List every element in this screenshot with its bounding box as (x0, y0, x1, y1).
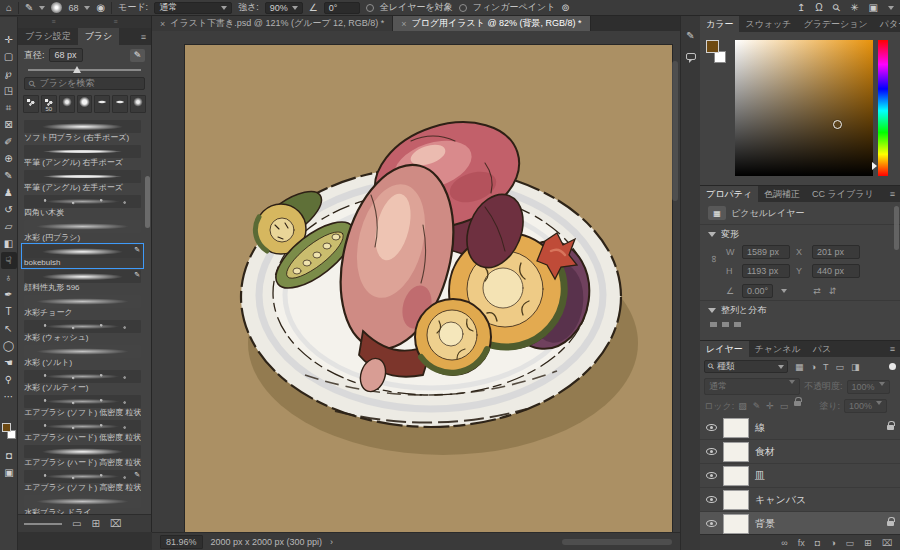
panel-menu-icon[interactable]: ≡ (885, 341, 900, 357)
hue-slider-pointer[interactable] (872, 162, 877, 170)
tool-dodge[interactable]: ♁ (1, 269, 17, 286)
filter-toggle[interactable] (889, 363, 896, 370)
brush-watercolor-dry[interactable]: 水彩ブラシ ドライ (22, 494, 143, 514)
layer-effects-icon[interactable]: fx (798, 538, 805, 548)
height-field[interactable]: 1193 px (742, 264, 790, 278)
document-tab-1[interactable]: × イラスト下書き.psd @ 121% (グループ 12, RGB/8) * (152, 16, 393, 31)
tab-swatches[interactable]: スウォッチ (739, 16, 797, 32)
tab-cc-libraries[interactable]: CC ライブラリ (806, 186, 880, 202)
airbrush-icon[interactable]: ⊚ (561, 3, 569, 13)
add-mask-icon[interactable]: ◘ (815, 538, 820, 548)
brush-flat-angle-right[interactable]: 平筆 (アングル) 右手ポーズ (22, 144, 143, 168)
tab-brush-settings[interactable]: ブラシ設定 (18, 28, 78, 45)
tool-crop[interactable]: ⌗ (1, 99, 17, 116)
new-brush-icon[interactable]: ⊞ (91, 518, 99, 529)
tool-quick-mask[interactable]: ◘ (1, 447, 17, 464)
home-icon[interactable]: ⌂ (6, 3, 12, 13)
tab-paths[interactable]: パス (807, 341, 837, 357)
visibility-eye-icon[interactable] (706, 472, 717, 479)
brush-preset-soft-round-small[interactable] (59, 95, 75, 113)
pressure-size-button[interactable]: ✎ (130, 49, 145, 62)
new-group-icon[interactable]: ▭ (72, 518, 81, 529)
diameter-field[interactable]: 68 px (49, 48, 83, 62)
canvas[interactable] (185, 45, 672, 532)
flip-vertical-icon[interactable]: ⇵ (829, 286, 837, 296)
tool-lasso[interactable]: ℘ (1, 65, 17, 82)
fill-field[interactable]: 100% (844, 399, 887, 413)
hue-slider[interactable] (878, 40, 888, 176)
align-buttons[interactable] (700, 320, 900, 329)
tool-screen-mode[interactable]: ▣ (1, 464, 17, 481)
brush-preset-sample-2[interactable]: 50 (41, 95, 57, 113)
brush-airbrush-soft-high[interactable]: ✎ エアブラシ (ソフト) 高密度 粒状 (22, 469, 143, 493)
layer-row-background[interactable]: 背景 (700, 512, 900, 536)
layer-row-plate[interactable]: 皿 (700, 464, 900, 488)
opacity-field[interactable]: 100% (847, 380, 890, 394)
align-section-header[interactable]: 整列と分布 (700, 300, 900, 320)
color-field-marker[interactable] (833, 120, 842, 129)
brush-watercolor-round[interactable]: 水彩 (円ブラシ) (22, 219, 143, 243)
panel-grips[interactable]: ≡ ≡ (18, 16, 151, 28)
new-group-icon[interactable]: ▭ (846, 538, 855, 548)
tool-marquee[interactable]: ▢ (1, 48, 17, 65)
lock-all-icon[interactable] (794, 401, 801, 406)
delete-brush-icon[interactable]: ⌧ (110, 518, 122, 529)
brushes-panel-collapsed-icon[interactable]: ✎ (686, 30, 694, 41)
layer-thumbnail[interactable] (723, 514, 749, 534)
tab-color[interactable]: カラー (700, 16, 739, 32)
tablet-pressure-icon[interactable]: ◉ (96, 3, 105, 13)
visibility-eye-icon[interactable] (706, 448, 717, 455)
thumbnail-size-slider[interactable] (24, 523, 62, 525)
brush-bokebulsh[interactable]: ✎ bokebulsh (22, 244, 143, 268)
transform-section-header[interactable]: 変形 (700, 224, 900, 244)
brush-pigment-round-596[interactable]: ✎ 顔料性丸形 596 (22, 269, 143, 293)
filter-adjustment-icon[interactable]: ◑ (811, 362, 816, 372)
width-field[interactable]: 1589 px (742, 245, 790, 259)
layer-thumbnail[interactable] (723, 442, 749, 462)
document-vertical-scrollbar[interactable] (672, 61, 678, 201)
help-icon[interactable]: ✳ (850, 3, 858, 13)
link-layers-icon[interactable]: ∞ (781, 538, 787, 548)
tool-object-selection[interactable]: ◳ (1, 82, 17, 99)
layer-name[interactable]: 線 (755, 421, 765, 435)
properties-scrollbar[interactable] (894, 206, 899, 250)
search-icon[interactable]: ⚲ (830, 1, 842, 13)
layer-thumbnail[interactable] (723, 418, 749, 438)
tool-frame[interactable]: ⊠ (1, 116, 17, 133)
brush-tool-icon[interactable]: ✎ (25, 3, 33, 13)
pasteboard[interactable] (152, 31, 680, 532)
layer-row-food[interactable]: 食材 (700, 440, 900, 464)
blend-mode-dropdown[interactable]: 通常 (704, 378, 800, 395)
color-swatch-pair[interactable] (706, 40, 730, 66)
brush-airbrush-hard-high[interactable]: エアブラシ (ハード) 高密度 粒状 (22, 444, 143, 468)
chevron-down-icon[interactable] (39, 6, 45, 10)
brush-flat-angle-left[interactable]: 平筆 (アングル) 左手ポーズ (22, 169, 143, 193)
tab-layers[interactable]: レイヤー (700, 341, 749, 357)
filter-smart-object-icon[interactable]: ◨ (851, 362, 860, 372)
tab-channels[interactable]: チャンネル (749, 341, 807, 357)
status-chevron-icon[interactable]: › (330, 537, 333, 547)
tab-brushes[interactable]: ブラシ (78, 28, 120, 45)
adjustment-layer-icon[interactable]: ◑ (830, 538, 835, 548)
slider-thumb[interactable] (73, 66, 81, 73)
brush-square-charcoal[interactable]: 四角い木炭 (22, 194, 143, 218)
link-wh-icon[interactable]: ∞ (709, 256, 720, 268)
tab-properties[interactable]: プロパティ (700, 186, 758, 202)
brush-preset-preview[interactable] (51, 2, 62, 13)
layer-row-line[interactable]: 線 (700, 416, 900, 440)
rotation-field[interactable]: 0.00° (742, 284, 773, 298)
new-layer-icon[interactable]: ⊞ (864, 538, 872, 548)
mode-dropdown[interactable]: 通常 (154, 2, 232, 14)
tool-gradient[interactable]: ◧ (1, 235, 17, 252)
panel-menu-icon[interactable]: ≡ (885, 186, 900, 202)
brush-soft-round-right[interactable]: ソフト円ブラシ (右手ポーズ) (22, 119, 143, 143)
brush-preset-soft-round-3[interactable] (130, 95, 146, 113)
brush-list-scrollbar[interactable] (145, 176, 150, 228)
close-icon[interactable]: × (160, 19, 165, 29)
tool-shape[interactable]: ◯ (1, 337, 17, 354)
layer-name[interactable]: 皿 (755, 469, 765, 483)
strength-dropdown[interactable]: 90% (265, 2, 303, 14)
tool-edit-toolbar[interactable]: ⋯ (1, 388, 17, 405)
layer-name[interactable]: キャンバス (755, 493, 806, 507)
brush-watercolor-wash[interactable]: 水彩 (ウォッシュ) (22, 319, 143, 343)
